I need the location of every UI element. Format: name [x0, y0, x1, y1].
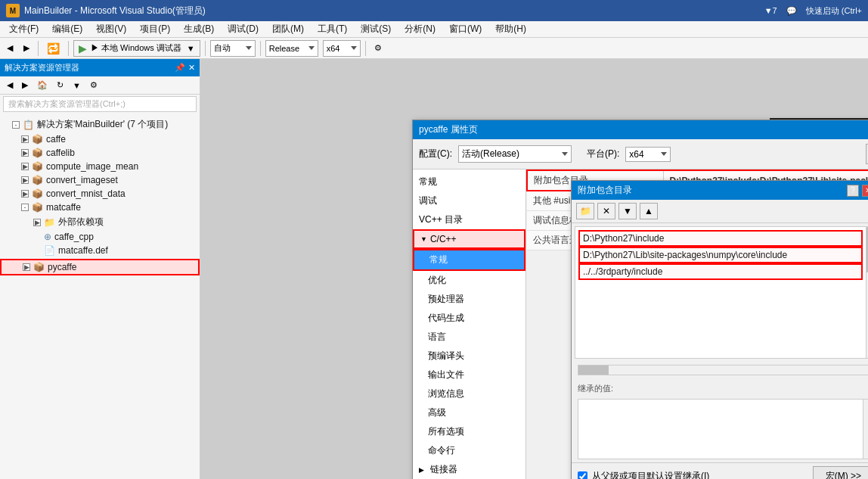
tree-item-ext-deps[interactable]: ▶ 📁 外部依赖项 [0, 214, 200, 230]
tree-item-matcaffe-def[interactable]: 📄 matcaffe.def [0, 244, 200, 257]
toolbar-refresh[interactable]: ↻ [53, 78, 67, 92]
nav-linker[interactable]: ▶链接器 [413, 460, 525, 479]
tree-item-pycaffe[interactable]: ▶ 📦 pycaffe [0, 259, 200, 275]
menu-edit[interactable]: 编辑(E) [46, 21, 88, 37]
cm-expand[interactable]: ▶ [21, 190, 29, 198]
config-value: Release [269, 44, 299, 53]
tree-item-convert-imageset[interactable]: ▶ 📦 convert_imageset [0, 173, 200, 187]
sidebar-search[interactable]: 搜索解决方案资源管理器(Ctrl+;) [3, 96, 197, 112]
tree-item-caffelib[interactable]: ▶ 📦 caffelib [0, 146, 200, 160]
compute-label: compute_image_mean [46, 161, 138, 172]
menu-view[interactable]: 视图(V) [90, 21, 132, 37]
nav-general[interactable]: 常规 [413, 173, 525, 191]
subdialog-help-btn[interactable]: ? [847, 185, 859, 197]
nav-cpp[interactable]: ▼ C/C++ [413, 229, 525, 249]
config-dropdown[interactable]: Release [265, 40, 318, 57]
menu-team[interactable]: 团队(M) [266, 21, 310, 37]
platform-val: x64 [629, 149, 643, 160]
menu-window[interactable]: 窗口(W) [443, 21, 488, 37]
cm-icon: 📦 [32, 188, 43, 199]
py-expand[interactable]: ▶ [23, 263, 30, 271]
tree-item-caffe-cpp[interactable]: ⊕ caffe_cpp [0, 230, 200, 244]
undo-area[interactable]: 🔁 [43, 40, 64, 57]
toolbar-nav-fwd[interactable]: ▶ [18, 78, 32, 92]
config-label: 配置(C): [419, 148, 452, 160]
compute-expand[interactable]: ▶ [21, 163, 29, 170]
py-label: pycaffe [48, 262, 76, 272]
caffelib-label: caffelib [46, 148, 75, 158]
dialog-title: pycaffe 属性页 [419, 123, 478, 136]
arch-dropdown[interactable]: x64 [323, 40, 361, 57]
menu-project[interactable]: 项目(P) [134, 21, 176, 37]
nav-cpp-adv[interactable]: 高级 [413, 403, 525, 422]
nav-cpp-general[interactable]: 常规 [413, 249, 525, 271]
nav-cpp-browse[interactable]: 浏览信息 [413, 384, 525, 403]
delete-btn[interactable]: ✕ [597, 203, 615, 219]
play-dropdown-arrow[interactable]: ▼ [187, 44, 195, 53]
menu-file[interactable]: 文件(F) [3, 21, 45, 37]
tree-item-caffe[interactable]: ▶ 📦 caffe [0, 132, 200, 146]
toolbar-filter[interactable]: ▼ [69, 79, 85, 92]
nav-cpp-all[interactable]: 所有选项 [413, 422, 525, 441]
pin-icon[interactable]: 📌 [175, 63, 185, 73]
inherit-checkbox-label[interactable]: 从父级或项目默认设置继承(I) [578, 470, 709, 479]
subdialog-bottom: 继承的值: [572, 362, 868, 462]
subdialog-close-btn[interactable]: ✕ [862, 185, 868, 197]
ci-expand[interactable]: ▶ [21, 176, 29, 184]
toolbar-nav-back[interactable]: ◀ [3, 78, 17, 92]
menu-analyze[interactable]: 分析(N) [398, 21, 442, 37]
back-btn[interactable]: ◀ [3, 41, 17, 55]
mode-dropdown[interactable]: 自动 [210, 40, 256, 57]
tree-item-matcaffe[interactable]: - 📦 matcaffe [0, 201, 200, 214]
nav-cpp-optimize[interactable]: 优化 [413, 271, 525, 290]
solution-root[interactable]: - 📋 解决方案'MainBuilder' (7 个项目) [0, 117, 200, 132]
include-item-numpy[interactable]: D:\Python27\Lib\site-packages\numpy\core… [578, 247, 863, 263]
include-list: D:\Python27\include D:\Python27\Lib\site… [575, 227, 866, 358]
ext-expand[interactable]: ▶ [33, 219, 41, 226]
menu-build[interactable]: 生成(B) [178, 21, 220, 37]
menu-help[interactable]: 帮助(H) [489, 21, 532, 37]
forward-btn[interactable]: ▶ [20, 41, 33, 55]
platform-dropdown[interactable]: x64 [625, 147, 671, 162]
chat-icon[interactable]: 💬 [786, 6, 797, 16]
mat-expand[interactable]: - [21, 204, 29, 211]
nav-vc-dirs[interactable]: VC++ 目录 [413, 210, 525, 229]
start-debug-btn[interactable]: ▶ ▶ 本地 Windows 调试器 ▼ [73, 40, 200, 57]
menu-test[interactable]: 测试(S) [355, 21, 397, 37]
nav-cpp-preproc[interactable]: 预处理器 [413, 290, 525, 309]
close-icon[interactable]: ✕ [188, 63, 195, 73]
menu-debug[interactable]: 调试(D) [222, 21, 265, 37]
extra-btn[interactable]: ⚙ [370, 41, 386, 55]
tree-item-compute[interactable]: ▶ 📦 compute_image_mean [0, 160, 200, 173]
caffelib-expand[interactable]: ▶ [21, 149, 29, 157]
cpp-icon: ⊕ [44, 232, 51, 242]
sep3 [205, 41, 206, 56]
mat-icon: 📦 [32, 202, 43, 213]
nav-cpp-pch[interactable]: 预编译头 [413, 347, 525, 365]
toolbar-settings[interactable]: ⚙ [86, 78, 101, 92]
toolbar-home[interactable]: 🏠 [33, 78, 51, 92]
menu-tools[interactable]: 工具(T) [312, 21, 353, 37]
def-icon: 📄 [44, 245, 55, 256]
nav-cpp-codegen[interactable]: 代码生成 [413, 309, 525, 328]
inherit-checkbox[interactable] [578, 471, 587, 479]
macro-btn[interactable]: 宏(M) >> [813, 466, 868, 479]
config-bar: 配置(C): 活动(Release) 平台(P): x64 配置管理器(O)..… [413, 139, 868, 170]
move-down-btn[interactable]: ▼ [618, 203, 637, 219]
nav-debug[interactable]: 调试 [413, 191, 525, 210]
cfg-arrow [562, 152, 568, 156]
sidebar-toolbar: ◀ ▶ 🏠 ↻ ▼ ⚙ [0, 76, 200, 95]
solution-expand[interactable]: - [12, 121, 20, 129]
nav-cpp-cmd[interactable]: 命令行 [413, 441, 525, 460]
caffe-expand[interactable]: ▶ [21, 135, 29, 143]
include-item-3rdparty[interactable]: ../../3rdparty/include [578, 263, 863, 280]
caffe-icon: 📦 [32, 134, 43, 145]
nav-cpp-lang[interactable]: 语言 [413, 328, 525, 347]
config-dropdown[interactable]: 活动(Release) [458, 145, 572, 163]
notification-count[interactable]: ▼7 [764, 6, 777, 15]
include-item-python[interactable]: D:\Python27\include [578, 230, 863, 247]
move-up-btn[interactable]: ▲ [640, 203, 658, 219]
nav-cpp-outfiles[interactable]: 输出文件 [413, 365, 525, 384]
tree-item-convert-mnist[interactable]: ▶ 📦 convert_mnist_data [0, 187, 200, 201]
folder-browse-btn[interactable]: 📁 [576, 203, 594, 219]
